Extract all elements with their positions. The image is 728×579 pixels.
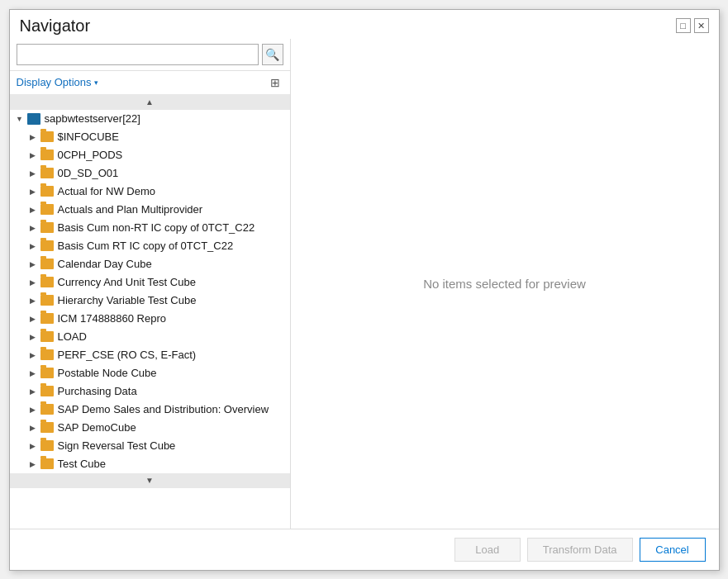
tree-item[interactable]: ▶ Hierarchy Variable Test Cube: [10, 292, 290, 310]
expand-item-icon[interactable]: ▶: [26, 294, 40, 307]
tree-item[interactable]: ▶ Actuals and Plan Multiprovider: [10, 201, 290, 219]
title-controls: □ ✕: [676, 18, 709, 33]
folder-icon: [40, 421, 55, 434]
tree-item[interactable]: ▶ $INFOCUBE: [10, 128, 290, 146]
scroll-up-button[interactable]: ▲: [10, 95, 290, 110]
tree-item[interactable]: ▶ 0D_SD_O01: [10, 164, 290, 183]
folder-icon: [40, 131, 55, 144]
expand-item-icon[interactable]: ▶: [26, 167, 40, 180]
transform-button[interactable]: Transform Data: [527, 538, 633, 562]
options-icon[interactable]: ⊞: [267, 74, 283, 91]
folder-icon: [40, 203, 55, 216]
item-label: Currency And Unit Test Cube: [58, 276, 196, 288]
tree-item[interactable]: ▶ SAP DemoCube: [10, 419, 290, 437]
folder-icon: [40, 258, 55, 271]
search-input[interactable]: [17, 44, 259, 65]
item-label: PERF_CSE (RO CS, E-Fact): [58, 349, 197, 361]
folder-icon: [40, 367, 55, 380]
display-options-label: Display Options: [17, 76, 92, 88]
expand-item-icon[interactable]: ▶: [26, 185, 40, 198]
folder-icon: [40, 294, 55, 307]
item-label: SAP DemoCube: [58, 421, 136, 434]
folder-icon: [40, 167, 55, 180]
expand-item-icon[interactable]: ▶: [26, 221, 40, 235]
close-button[interactable]: ✕: [694, 18, 709, 33]
expand-root-icon[interactable]: ▼: [13, 112, 26, 126]
expand-item-icon[interactable]: ▶: [26, 131, 40, 144]
tree-item[interactable]: ▶ Postable Node Cube: [10, 364, 290, 382]
item-label: Calendar Day Cube: [58, 258, 152, 270]
dialog-body: 🔍 Display Options ▾ ⊞ ▲ ▼ s: [10, 39, 719, 529]
folder-icon: [40, 185, 55, 198]
folder-icon: [40, 385, 55, 398]
tree-item[interactable]: ▶ Actual for NW Demo: [10, 183, 290, 201]
tree-item[interactable]: ▶ Currency And Unit Test Cube: [10, 273, 290, 292]
left-panel: 🔍 Display Options ▾ ⊞ ▲ ▼ s: [10, 39, 291, 529]
folder-icon: [40, 330, 55, 344]
dialog-footer: Load Transform Data Cancel: [10, 529, 719, 570]
tree-item[interactable]: ▶ Basis Cum non-RT IC copy of 0TCT_C22: [10, 219, 290, 237]
expand-item-icon[interactable]: ▶: [26, 367, 40, 380]
root-label: sapbwtestserver[22]: [45, 112, 140, 125]
tree-item[interactable]: ▶ SAP Demo Sales and Distribution: Overv…: [10, 401, 290, 419]
item-label: $INFOCUBE: [58, 131, 119, 143]
expand-item-icon[interactable]: ▶: [26, 349, 40, 362]
preview-panel: No items selected for preview: [291, 39, 719, 529]
folder-icon: [40, 403, 55, 416]
preview-empty-text: No items selected for preview: [423, 277, 586, 291]
item-label: Hierarchy Variable Test Cube: [58, 294, 197, 306]
item-label: Purchasing Data: [58, 385, 137, 397]
expand-item-icon[interactable]: ▶: [26, 240, 40, 253]
expand-item-icon[interactable]: ▶: [26, 312, 40, 325]
server-icon: [26, 112, 41, 126]
item-label: 0D_SD_O01: [58, 167, 119, 179]
item-label: Actuals and Plan Multiprovider: [58, 203, 203, 216]
tree-container[interactable]: ▲ ▼ sapbwtestserver[22] ▶ $INFOCUBE: [10, 95, 290, 529]
expand-item-icon[interactable]: ▶: [26, 385, 40, 398]
item-label: SAP Demo Sales and Distribution: Overvie…: [58, 403, 269, 415]
search-button[interactable]: 🔍: [262, 44, 283, 65]
chevron-down-icon: ▾: [94, 78, 98, 87]
load-button[interactable]: Load: [454, 538, 521, 562]
scroll-down-button[interactable]: ▼: [10, 473, 290, 488]
tree-item[interactable]: ▶ 0CPH_PODS: [10, 146, 290, 164]
tree-item[interactable]: ▶ PERF_CSE (RO CS, E-Fact): [10, 346, 290, 364]
expand-item-icon[interactable]: ▶: [26, 276, 40, 289]
tree-item[interactable]: ▶ LOAD: [10, 328, 290, 346]
tree-item[interactable]: ▶ Basis Cum RT IC copy of 0TCT_C22: [10, 237, 290, 255]
tree-item[interactable]: ▶ Calendar Day Cube: [10, 255, 290, 273]
item-label: Basis Cum RT IC copy of 0TCT_C22: [58, 240, 234, 252]
navigator-dialog: Navigator □ ✕ 🔍 Display Options ▾ ⊞: [9, 9, 720, 571]
tree-item[interactable]: ▶ ICM 174888860 Repro: [10, 310, 290, 328]
options-bar: Display Options ▾ ⊞: [10, 71, 290, 95]
expand-item-icon[interactable]: ▶: [26, 439, 40, 453]
item-label: Test Cube: [58, 458, 107, 470]
expand-item-icon[interactable]: ▶: [26, 203, 40, 216]
folder-icon: [40, 221, 55, 235]
expand-item-icon[interactable]: ▶: [26, 403, 40, 416]
folder-icon: [40, 458, 55, 471]
expand-item-icon[interactable]: ▶: [26, 330, 40, 344]
minimize-button[interactable]: □: [676, 18, 691, 33]
item-label: Postable Node Cube: [58, 367, 157, 379]
expand-item-icon[interactable]: ▶: [26, 149, 40, 162]
folder-icon: [40, 240, 55, 253]
item-label: Basis Cum non-RT IC copy of 0TCT_C22: [58, 221, 255, 234]
display-options-button[interactable]: Display Options ▾: [17, 76, 98, 88]
item-label: Actual for NW Demo: [58, 185, 155, 197]
dialog-title: Navigator: [20, 17, 91, 36]
expand-item-icon[interactable]: ▶: [26, 458, 40, 471]
expand-item-icon[interactable]: ▶: [26, 258, 40, 271]
folder-icon: [40, 312, 55, 325]
folder-icon: [40, 149, 55, 162]
tree-root-item[interactable]: ▼ sapbwtestserver[22]: [10, 110, 290, 128]
folder-icon: [40, 349, 55, 362]
tree-item[interactable]: ▶ Test Cube: [10, 455, 290, 473]
item-label: LOAD: [58, 330, 87, 343]
expand-item-icon[interactable]: ▶: [26, 421, 40, 434]
cancel-button[interactable]: Cancel: [640, 538, 706, 562]
tree-item[interactable]: ▶ Purchasing Data: [10, 382, 290, 401]
item-label: ICM 174888860 Repro: [58, 312, 167, 325]
tree-item[interactable]: ▶ Sign Reversal Test Cube: [10, 437, 290, 455]
item-label: 0CPH_PODS: [58, 149, 123, 161]
